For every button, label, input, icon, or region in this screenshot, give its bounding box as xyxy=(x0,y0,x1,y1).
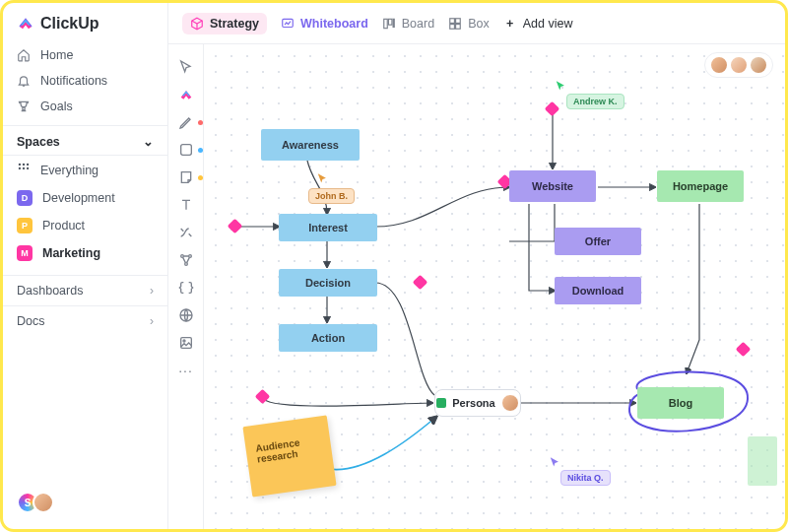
node-homepage[interactable]: Homepage xyxy=(657,170,744,202)
node-persona[interactable]: Persona xyxy=(434,389,521,417)
node-website[interactable]: Website xyxy=(509,170,596,202)
cube-icon xyxy=(190,17,204,31)
tool-clickup-icon[interactable] xyxy=(177,86,195,103)
add-view-label: Add view xyxy=(523,17,573,31)
presence-avatars[interactable] xyxy=(704,52,773,78)
node-label: Blog xyxy=(669,397,692,409)
node-label: Offer xyxy=(585,235,611,247)
node-offer[interactable]: Offer xyxy=(555,228,641,255)
node-label: Decision xyxy=(305,277,351,289)
svg-point-0 xyxy=(19,164,21,166)
nav-home[interactable]: Home xyxy=(3,42,167,68)
board-icon xyxy=(382,17,396,31)
assignee-avatar[interactable] xyxy=(501,394,519,412)
svg-point-1 xyxy=(23,164,25,166)
node-decision[interactable]: Decision xyxy=(279,269,377,297)
brand: ClickUp xyxy=(3,15,167,42)
node-action[interactable]: Action xyxy=(279,324,377,352)
svg-rect-10 xyxy=(450,18,455,23)
svg-point-17 xyxy=(184,263,187,266)
nav-dashboards[interactable]: Dashboards › xyxy=(3,275,167,305)
space-everything[interactable]: Everything xyxy=(3,156,167,184)
nav-dashboards-label: Dashboards xyxy=(17,284,83,298)
svg-point-20 xyxy=(183,340,185,342)
svg-rect-12 xyxy=(450,24,455,29)
node-handle[interactable] xyxy=(736,342,752,358)
view-whiteboard-label: Whiteboard xyxy=(300,17,368,31)
node-label: Website xyxy=(532,180,573,192)
node-handle[interactable] xyxy=(255,389,271,405)
tool-brackets-icon[interactable] xyxy=(177,279,195,297)
nav-notifications[interactable]: Notifications xyxy=(3,68,167,94)
node-handle[interactable] xyxy=(413,275,428,291)
svg-rect-7 xyxy=(384,19,388,28)
svg-point-15 xyxy=(180,255,183,258)
user-tag-andrew: Andrew K. xyxy=(566,94,624,109)
node-handle[interactable] xyxy=(545,101,560,117)
nav-home-label: Home xyxy=(40,48,73,62)
add-view-button[interactable]: + Add view xyxy=(503,17,573,31)
space-badge-development: D xyxy=(17,190,33,206)
space-development[interactable]: D Development xyxy=(3,184,167,212)
svg-point-3 xyxy=(19,167,21,169)
node-stub[interactable] xyxy=(748,436,777,486)
sticky-audience[interactable]: Audience research xyxy=(242,415,336,497)
svg-rect-11 xyxy=(456,18,461,23)
box-icon xyxy=(448,17,462,31)
node-interest[interactable]: Interest xyxy=(279,214,377,241)
space-badge-product: P xyxy=(17,218,33,233)
nav-goals[interactable]: Goals xyxy=(3,94,167,119)
tool-text[interactable] xyxy=(177,196,195,214)
node-label: Action xyxy=(311,332,345,344)
view-board-label: Board xyxy=(402,17,434,31)
user-avatar[interactable] xyxy=(33,492,54,513)
bell-icon xyxy=(17,74,31,88)
sidebar: ClickUp Home Notifications Goals Spaces … xyxy=(3,3,168,529)
node-blog[interactable]: Blog xyxy=(637,387,724,419)
view-whiteboard[interactable]: Whiteboard xyxy=(281,17,368,31)
clickup-logo-icon xyxy=(17,15,34,33)
tool-pen[interactable] xyxy=(177,113,195,131)
view-board[interactable]: Board xyxy=(382,17,434,31)
whiteboard-canvas[interactable]: Awareness Interest Decision Action Websi… xyxy=(204,44,785,529)
nav-docs[interactable]: Docs › xyxy=(3,305,167,336)
space-product[interactable]: P Product xyxy=(3,212,167,239)
node-awareness[interactable]: Awareness xyxy=(261,129,360,161)
tool-web-icon[interactable] xyxy=(177,306,195,324)
trophy-icon xyxy=(17,100,31,113)
view-box[interactable]: Box xyxy=(448,17,490,31)
node-label: Download xyxy=(572,285,624,297)
sticky-text: Audience research xyxy=(255,437,300,465)
tool-more[interactable]: ··· xyxy=(177,362,195,379)
svg-rect-19 xyxy=(180,338,191,349)
tool-image[interactable] xyxy=(177,334,195,352)
spaces-header[interactable]: Spaces ⌄ xyxy=(3,125,167,156)
sidebar-footer: S xyxy=(3,484,167,521)
home-icon xyxy=(17,48,31,62)
presence-avatar-3[interactable] xyxy=(749,55,768,75)
main: Strategy Whiteboard Board Box + Add view xyxy=(168,3,785,529)
chevron-right-icon: › xyxy=(150,314,154,328)
spaces-header-label: Spaces xyxy=(17,135,60,149)
user-tag-john: John B. xyxy=(308,188,355,204)
node-label: Awareness xyxy=(282,139,339,151)
node-download[interactable]: Download xyxy=(555,277,641,304)
tool-select[interactable] xyxy=(177,58,195,76)
tool-sticky[interactable] xyxy=(177,168,195,186)
tool-relationship-icon[interactable] xyxy=(177,251,195,269)
view-strategy[interactable]: Strategy xyxy=(182,13,267,34)
svg-point-2 xyxy=(27,164,29,166)
presence-avatar-1[interactable] xyxy=(709,55,729,75)
node-handle[interactable] xyxy=(228,219,243,234)
space-development-label: Development xyxy=(42,191,115,205)
presence-avatar-2[interactable] xyxy=(729,55,749,75)
chevron-down-icon: ⌄ xyxy=(143,134,154,149)
svg-point-16 xyxy=(188,255,191,258)
grid-icon xyxy=(17,162,31,178)
tool-connector[interactable] xyxy=(177,224,195,241)
space-badge-marketing: M xyxy=(17,245,33,261)
space-marketing[interactable]: M Marketing xyxy=(3,239,167,267)
cursor-john-icon xyxy=(316,172,328,184)
tool-shape[interactable] xyxy=(177,141,195,159)
plus-icon: + xyxy=(503,17,517,31)
